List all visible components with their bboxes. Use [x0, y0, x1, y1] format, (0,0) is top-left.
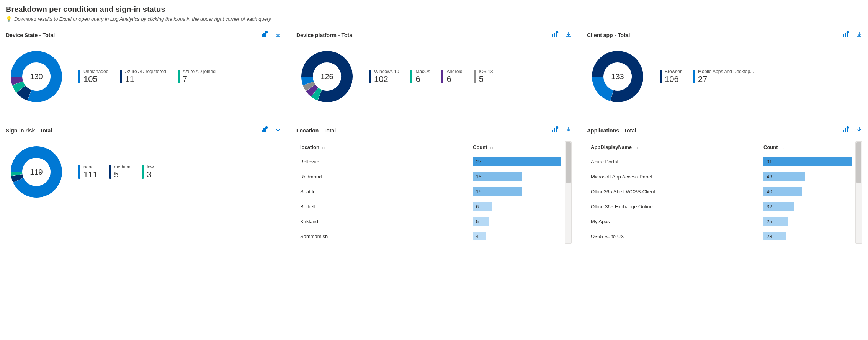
legend-color-bar	[369, 70, 371, 83]
panel-title: Sign-in risk - Total	[6, 127, 52, 134]
table-row[interactable]: My Apps 25	[587, 214, 855, 229]
svg-rect-0	[262, 34, 263, 37]
legend-item: Android 6	[441, 69, 462, 85]
row-label: Bellevue	[300, 159, 473, 165]
lightbulb-icon: 💡	[6, 16, 12, 22]
legend-color-bar	[78, 165, 80, 179]
count-cell: 6	[473, 202, 561, 211]
count-cell: 43	[763, 172, 852, 181]
count-cell: 40	[763, 187, 852, 196]
legend: Browser 106 Mobile Apps and Desktop... 2…	[660, 69, 754, 85]
panel-device-platform: Device platform - Total 126 Windows 10 1…	[296, 31, 572, 115]
count-cell: 91	[763, 157, 852, 166]
table: location↑↓ Count↑↓ Bellevue 27 Redmond 1…	[296, 141, 565, 244]
legend-label: none	[83, 164, 98, 170]
legend-label: medium	[114, 164, 131, 170]
table-row[interactable]: Kirkland 5	[296, 214, 565, 229]
legend-value: 7	[183, 74, 216, 84]
log-analytics-icon[interactable]	[842, 126, 849, 134]
legend-item: medium 5	[109, 164, 131, 180]
page-title: Breakdown per condition and sign-in stat…	[6, 5, 862, 14]
donut-client-app: 133	[591, 50, 644, 103]
legend: Windows 10 102 MacOs 6 Android 6 iOS 13 …	[369, 69, 493, 85]
table-row[interactable]: Office365 Shell WCSS-Client 40	[587, 184, 855, 199]
log-analytics-icon[interactable]	[261, 31, 268, 39]
scrollbar-thumb[interactable]	[856, 142, 861, 183]
count-value: 6	[473, 204, 479, 209]
log-analytics-icon[interactable]	[552, 31, 559, 39]
panel-applications: Applications - Total AppDisplayName↑↓ Co…	[587, 126, 862, 244]
legend-color-bar	[178, 70, 180, 83]
sort-icon[interactable]: ↑↓	[634, 145, 638, 150]
count-cell: 4	[473, 232, 561, 240]
svg-rect-9	[845, 33, 846, 37]
table-row[interactable]: Office 365 Exchange Online 32	[587, 199, 855, 214]
panel-title: Device State - Total	[6, 32, 55, 38]
scrollbar-thumb[interactable]	[566, 142, 571, 183]
panel-title: Applications - Total	[587, 127, 636, 134]
row-label: Redmond	[300, 174, 473, 180]
scrollbar[interactable]	[855, 141, 862, 244]
legend-label: Azure AD joined	[183, 69, 216, 74]
table-row[interactable]: Azure Portal 91	[587, 154, 855, 169]
table-row[interactable]: Bellevue 27	[296, 154, 565, 169]
svg-rect-20	[843, 130, 844, 132]
table-row[interactable]: O365 Suite UX 23	[587, 229, 855, 244]
panel-client-app: Client app - Total 133 Browser 106 Mobil…	[587, 31, 862, 115]
table-row[interactable]: Microsoft App Access Panel 43	[587, 169, 855, 184]
tip-row: 💡 Download results to Excel or open quer…	[6, 16, 862, 22]
download-icon[interactable]	[275, 127, 281, 134]
table-row[interactable]: Redmond 15	[296, 169, 565, 184]
legend: Unmanaged 105 Azure AD registered 11 Azu…	[78, 69, 216, 85]
count-bar	[763, 157, 852, 166]
legend-value: 3	[147, 170, 154, 180]
count-cell: 15	[473, 187, 561, 196]
table-row[interactable]: Bothell 6	[296, 199, 565, 214]
legend-label: Windows 10	[374, 69, 399, 74]
row-label: Kirkland	[300, 219, 473, 224]
table-row[interactable]: Seattle 15	[296, 184, 565, 199]
sort-icon[interactable]: ↑↓	[780, 145, 785, 150]
svg-point-19	[556, 126, 558, 129]
legend-value: 11	[125, 74, 166, 84]
svg-rect-12	[262, 130, 263, 132]
count-value: 27	[473, 159, 481, 165]
col-header-label[interactable]: AppDisplayName↑↓	[591, 144, 763, 150]
count-value: 15	[473, 189, 481, 195]
legend: none 111 medium 5 low 3	[78, 164, 154, 180]
donut-signin-risk: 119	[10, 145, 63, 199]
scrollbar[interactable]	[565, 141, 572, 244]
count-cell: 5	[473, 217, 561, 226]
log-analytics-icon[interactable]	[552, 126, 559, 134]
download-icon[interactable]	[566, 31, 572, 39]
legend-label: Android	[446, 69, 462, 74]
download-icon[interactable]	[856, 127, 862, 134]
count-cell: 15	[473, 172, 561, 181]
sort-icon[interactable]: ↑↓	[490, 145, 494, 150]
col-header-label[interactable]: location↑↓	[300, 144, 473, 150]
svg-rect-21	[845, 128, 846, 132]
log-analytics-icon[interactable]	[261, 126, 268, 134]
row-label: Microsoft App Access Panel	[591, 174, 763, 180]
sort-icon[interactable]: ↑↓	[322, 145, 326, 150]
legend-color-bar	[109, 165, 111, 179]
count-value: 4	[473, 234, 479, 239]
legend-value: 6	[446, 74, 462, 84]
count-bar	[473, 157, 561, 166]
table: AppDisplayName↑↓ Count↑↓ Azure Portal 91…	[587, 141, 855, 244]
legend-item: Windows 10 102	[369, 69, 399, 85]
count-value: 43	[763, 174, 772, 180]
svg-point-15	[265, 126, 268, 129]
download-icon[interactable]	[856, 31, 862, 39]
legend-label: Browser	[665, 69, 682, 74]
legend-item: Mobile Apps and Desktop... 27	[693, 69, 754, 85]
row-label: Azure Portal	[591, 159, 763, 165]
log-analytics-icon[interactable]	[842, 31, 849, 39]
table-row[interactable]: Sammamish 4	[296, 229, 565, 244]
download-icon[interactable]	[566, 127, 572, 134]
download-icon[interactable]	[275, 31, 281, 39]
legend-label: MacOs	[415, 69, 430, 74]
col-header-count[interactable]: Count↑↓	[473, 144, 561, 150]
col-header-count[interactable]: Count↑↓	[763, 144, 852, 150]
row-label: Sammamish	[300, 234, 473, 239]
